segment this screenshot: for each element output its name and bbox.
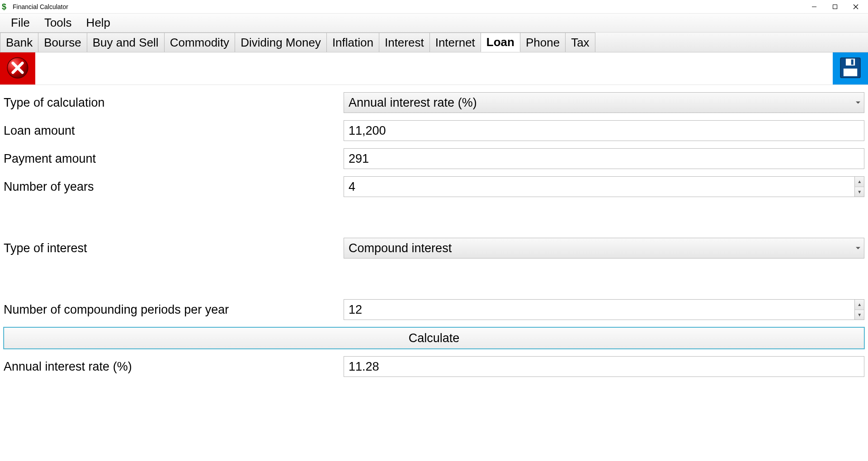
chevron-down-icon [856,247,860,249]
tab-bourse[interactable]: Bourse [38,33,87,52]
label-compounding-periods: Number of compounding periods per year [4,303,344,317]
label-result: Annual interest rate (%) [4,360,344,374]
tab-tax[interactable]: Tax [565,33,595,52]
select-type-of-interest[interactable]: Compound interest [344,238,864,259]
label-number-of-years: Number of years [4,180,344,194]
chevron-down-icon [856,102,860,104]
titlebar: $ Financial Calculator [0,0,868,14]
window-title: Financial Calculator [13,3,68,10]
maximize-button[interactable] [825,0,845,14]
spinner-periods-down[interactable]: ▼ [855,310,864,320]
spinner-periods-up[interactable]: ▲ [855,300,864,310]
spinner-years-up[interactable]: ▲ [855,177,864,187]
floppy-disk-icon [838,56,863,82]
select-type-of-interest-value: Compound interest [349,241,452,255]
app-icon: $ [2,3,10,11]
menu-tools[interactable]: Tools [37,14,79,32]
tab-loan[interactable]: Loan [481,33,520,52]
tab-inflation[interactable]: Inflation [326,33,379,52]
select-type-of-calculation-value: Annual interest rate (%) [349,96,477,110]
tab-bank[interactable]: Bank [0,33,38,52]
close-button[interactable] [845,0,866,14]
tab-dividing-money[interactable]: Dividing Money [235,33,327,52]
row-type-of-calculation: Type of calculation Annual interest rate… [4,92,864,113]
svg-rect-9 [846,58,855,65]
row-compounding-periods: Number of compounding periods per year ▲… [4,299,864,320]
actionbar [0,52,868,85]
row-type-of-interest: Type of interest Compound interest [4,238,864,259]
calculate-button[interactable]: Calculate [4,327,864,349]
menubar: File Tools Help [0,14,868,33]
menu-help[interactable]: Help [79,14,118,32]
input-number-of-years[interactable] [344,176,854,197]
row-loan-amount: Loan amount [4,120,864,141]
row-payment-amount: Payment amount [4,148,864,169]
label-loan-amount: Loan amount [4,124,344,138]
svg-rect-8 [844,68,857,76]
tab-buy-and-sell[interactable]: Buy and Sell [87,33,165,52]
tab-commodity[interactable]: Commodity [164,33,235,52]
minimize-button[interactable] [804,0,825,14]
input-result[interactable] [344,356,864,377]
loan-form: Type of calculation Annual interest rate… [0,92,868,381]
svg-rect-10 [851,59,854,65]
tabbar: Bank Bourse Buy and Sell Commodity Divid… [0,33,868,52]
input-loan-amount[interactable] [344,120,864,141]
spinner-years: ▲ ▼ [854,176,864,197]
input-compounding-periods[interactable] [344,299,854,320]
row-number-of-years: Number of years ▲ ▼ [4,176,864,197]
svg-rect-1 [833,5,837,9]
spinner-years-down[interactable]: ▼ [855,187,864,197]
label-payment-amount: Payment amount [4,152,344,166]
label-type-of-interest: Type of interest [4,241,344,255]
tab-internet[interactable]: Internet [429,33,481,52]
menu-file[interactable]: File [4,14,37,32]
clear-button[interactable] [0,52,35,85]
tab-phone[interactable]: Phone [520,33,566,52]
label-type-of-calculation: Type of calculation [4,96,344,110]
tab-interest[interactable]: Interest [379,33,430,52]
spinner-periods: ▲ ▼ [854,299,864,320]
save-button[interactable] [833,52,868,85]
row-result: Annual interest rate (%) [4,356,864,377]
input-payment-amount[interactable] [344,148,864,169]
close-circle-icon [5,55,30,82]
select-type-of-calculation[interactable]: Annual interest rate (%) [344,92,864,113]
